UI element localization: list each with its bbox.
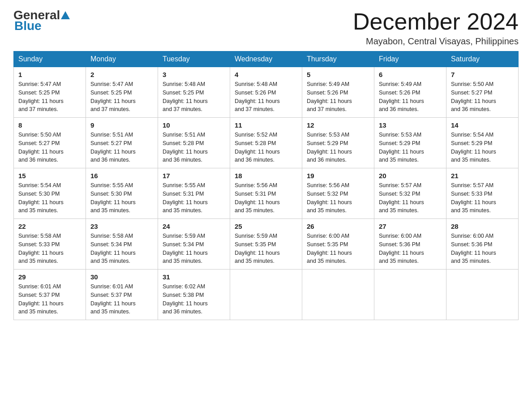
- week-row-3: 15 Sunrise: 5:54 AM Sunset: 5:30 PM Dayl…: [14, 168, 519, 219]
- calendar-cell: 15 Sunrise: 5:54 AM Sunset: 5:30 PM Dayl…: [14, 168, 86, 219]
- logo-blue-text: Blue: [13, 20, 42, 32]
- calendar-cell: 19 Sunrise: 5:56 AM Sunset: 5:32 PM Dayl…: [302, 168, 374, 219]
- day-number: 21: [451, 172, 514, 180]
- calendar-header-row: Sunday Monday Tuesday Wednesday Thursday…: [14, 51, 519, 67]
- col-thursday: Thursday: [302, 51, 374, 67]
- day-info: Sunrise: 5:50 AM Sunset: 5:27 PM Dayligh…: [18, 131, 81, 164]
- week-row-5: 29 Sunrise: 6:01 AM Sunset: 5:37 PM Dayl…: [14, 270, 519, 320]
- calendar-table: Sunday Monday Tuesday Wednesday Thursday…: [13, 51, 519, 320]
- col-tuesday: Tuesday: [158, 51, 230, 67]
- calendar-cell: [230, 270, 302, 320]
- calendar-cell: 31 Sunrise: 6:02 AM Sunset: 5:38 PM Dayl…: [158, 270, 230, 320]
- day-info: Sunrise: 5:57 AM Sunset: 5:33 PM Dayligh…: [451, 181, 514, 215]
- logo-triangle-icon: [61, 11, 70, 19]
- day-info: Sunrise: 5:51 AM Sunset: 5:28 PM Dayligh…: [163, 131, 225, 164]
- calendar-cell: 4 Sunrise: 5:48 AM Sunset: 5:26 PM Dayli…: [230, 67, 302, 118]
- day-number: 24: [163, 223, 225, 230]
- calendar-cell: 20 Sunrise: 5:57 AM Sunset: 5:32 PM Dayl…: [374, 168, 446, 219]
- week-row-1: 1 Sunrise: 5:47 AM Sunset: 5:25 PM Dayli…: [14, 67, 519, 118]
- day-number: 3: [163, 71, 225, 78]
- col-friday: Friday: [374, 51, 446, 67]
- day-number: 4: [235, 71, 297, 78]
- calendar-cell: 28 Sunrise: 6:00 AM Sunset: 5:36 PM Dayl…: [446, 219, 519, 270]
- calendar-cell: 23 Sunrise: 5:58 AM Sunset: 5:34 PM Dayl…: [86, 219, 158, 270]
- calendar-cell: 26 Sunrise: 6:00 AM Sunset: 5:35 PM Dayl…: [302, 219, 374, 270]
- day-info: Sunrise: 5:54 AM Sunset: 5:30 PM Dayligh…: [18, 181, 81, 215]
- day-number: 29: [18, 273, 81, 281]
- logo: General Blue: [13, 9, 70, 32]
- day-number: 17: [163, 172, 225, 180]
- day-number: 14: [451, 121, 514, 129]
- day-info: Sunrise: 6:01 AM Sunset: 5:37 PM Dayligh…: [90, 283, 153, 316]
- calendar-cell: 18 Sunrise: 5:56 AM Sunset: 5:31 PM Dayl…: [230, 168, 302, 219]
- day-number: 23: [90, 223, 153, 230]
- day-info: Sunrise: 5:52 AM Sunset: 5:28 PM Dayligh…: [235, 131, 297, 164]
- day-info: Sunrise: 6:01 AM Sunset: 5:37 PM Dayligh…: [18, 283, 81, 316]
- calendar-cell: 21 Sunrise: 5:57 AM Sunset: 5:33 PM Dayl…: [446, 168, 519, 219]
- page-header: General Blue December 2024 Mayabon, Cent…: [13, 9, 519, 47]
- day-number: 2: [90, 71, 153, 78]
- week-row-4: 22 Sunrise: 5:58 AM Sunset: 5:33 PM Dayl…: [14, 219, 519, 270]
- day-info: Sunrise: 5:48 AM Sunset: 5:25 PM Dayligh…: [163, 80, 225, 114]
- calendar-cell: 22 Sunrise: 5:58 AM Sunset: 5:33 PM Dayl…: [14, 219, 86, 270]
- col-wednesday: Wednesday: [230, 51, 302, 67]
- day-number: 1: [18, 71, 81, 78]
- week-row-2: 8 Sunrise: 5:50 AM Sunset: 5:27 PM Dayli…: [14, 118, 519, 168]
- day-info: Sunrise: 6:00 AM Sunset: 5:36 PM Dayligh…: [379, 232, 442, 265]
- day-info: Sunrise: 5:50 AM Sunset: 5:27 PM Dayligh…: [451, 80, 514, 114]
- day-number: 25: [235, 223, 297, 230]
- day-info: Sunrise: 5:47 AM Sunset: 5:25 PM Dayligh…: [18, 80, 81, 114]
- day-info: Sunrise: 5:58 AM Sunset: 5:34 PM Dayligh…: [90, 232, 153, 265]
- day-info: Sunrise: 5:57 AM Sunset: 5:32 PM Dayligh…: [379, 181, 442, 215]
- day-number: 26: [307, 223, 369, 230]
- col-monday: Monday: [86, 51, 158, 67]
- day-number: 30: [90, 273, 153, 281]
- calendar-cell: 9 Sunrise: 5:51 AM Sunset: 5:27 PM Dayli…: [86, 118, 158, 168]
- calendar-cell: 27 Sunrise: 6:00 AM Sunset: 5:36 PM Dayl…: [374, 219, 446, 270]
- day-info: Sunrise: 5:56 AM Sunset: 5:31 PM Dayligh…: [235, 181, 297, 215]
- day-number: 27: [379, 223, 442, 230]
- day-info: Sunrise: 5:51 AM Sunset: 5:27 PM Dayligh…: [90, 131, 153, 164]
- calendar-cell: 8 Sunrise: 5:50 AM Sunset: 5:27 PM Dayli…: [14, 118, 86, 168]
- calendar-cell: 17 Sunrise: 5:55 AM Sunset: 5:31 PM Dayl…: [158, 168, 230, 219]
- day-info: Sunrise: 5:48 AM Sunset: 5:26 PM Dayligh…: [235, 80, 297, 114]
- day-info: Sunrise: 5:58 AM Sunset: 5:33 PM Dayligh…: [18, 232, 81, 265]
- calendar-cell: 1 Sunrise: 5:47 AM Sunset: 5:25 PM Dayli…: [14, 67, 86, 118]
- day-number: 7: [451, 71, 514, 78]
- day-info: Sunrise: 5:49 AM Sunset: 5:26 PM Dayligh…: [307, 80, 369, 114]
- calendar-cell: 13 Sunrise: 5:53 AM Sunset: 5:29 PM Dayl…: [374, 118, 446, 168]
- day-number: 9: [90, 121, 153, 129]
- day-number: 22: [18, 223, 81, 230]
- day-number: 13: [379, 121, 442, 129]
- day-number: 31: [163, 273, 225, 281]
- day-number: 11: [235, 121, 297, 129]
- calendar-cell: 7 Sunrise: 5:50 AM Sunset: 5:27 PM Dayli…: [446, 67, 519, 118]
- day-number: 10: [163, 121, 225, 129]
- day-info: Sunrise: 5:55 AM Sunset: 5:30 PM Dayligh…: [90, 181, 153, 215]
- title-block: December 2024 Mayabon, Central Visayas, …: [353, 9, 519, 47]
- day-number: 5: [307, 71, 369, 78]
- day-number: 12: [307, 121, 369, 129]
- calendar-cell: 25 Sunrise: 5:59 AM Sunset: 5:35 PM Dayl…: [230, 219, 302, 270]
- day-number: 28: [451, 223, 514, 230]
- day-info: Sunrise: 5:54 AM Sunset: 5:29 PM Dayligh…: [451, 131, 514, 164]
- calendar-cell: 3 Sunrise: 5:48 AM Sunset: 5:25 PM Dayli…: [158, 67, 230, 118]
- calendar-cell: 10 Sunrise: 5:51 AM Sunset: 5:28 PM Dayl…: [158, 118, 230, 168]
- day-info: Sunrise: 5:49 AM Sunset: 5:26 PM Dayligh…: [379, 80, 442, 114]
- day-info: Sunrise: 5:53 AM Sunset: 5:29 PM Dayligh…: [379, 131, 442, 164]
- day-info: Sunrise: 5:59 AM Sunset: 5:34 PM Dayligh…: [163, 232, 225, 265]
- day-number: 8: [18, 121, 81, 129]
- day-info: Sunrise: 5:55 AM Sunset: 5:31 PM Dayligh…: [163, 181, 225, 215]
- calendar-cell: 14 Sunrise: 5:54 AM Sunset: 5:29 PM Dayl…: [446, 118, 519, 168]
- day-number: 18: [235, 172, 297, 180]
- calendar-cell: 12 Sunrise: 5:53 AM Sunset: 5:29 PM Dayl…: [302, 118, 374, 168]
- day-number: 19: [307, 172, 369, 180]
- calendar-cell: 11 Sunrise: 5:52 AM Sunset: 5:28 PM Dayl…: [230, 118, 302, 168]
- day-info: Sunrise: 6:02 AM Sunset: 5:38 PM Dayligh…: [163, 283, 225, 316]
- calendar-cell: 2 Sunrise: 5:47 AM Sunset: 5:25 PM Dayli…: [86, 67, 158, 118]
- calendar-cell: [374, 270, 446, 320]
- day-number: 6: [379, 71, 442, 78]
- calendar-cell: 24 Sunrise: 5:59 AM Sunset: 5:34 PM Dayl…: [158, 219, 230, 270]
- location-text: Mayabon, Central Visayas, Philippines: [353, 36, 519, 47]
- day-info: Sunrise: 5:53 AM Sunset: 5:29 PM Dayligh…: [307, 131, 369, 164]
